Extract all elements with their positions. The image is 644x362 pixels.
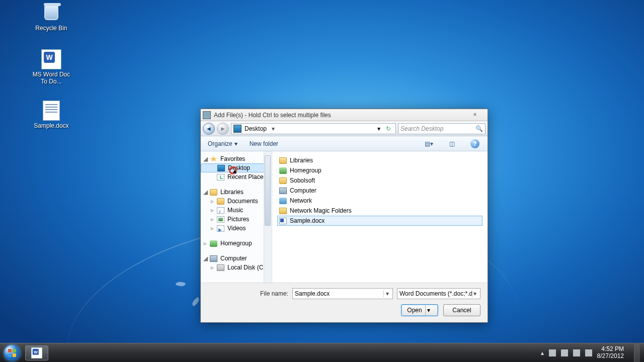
- cancel-button[interactable]: Cancel: [443, 304, 480, 316]
- file-item-label: Homegroup: [290, 167, 321, 174]
- address-location: Desktop: [245, 125, 267, 132]
- close-button[interactable]: ×: [464, 111, 486, 119]
- desktop-icon-label: MS Word Doc To Do...: [31, 71, 71, 85]
- tree-scrollbar[interactable]: [264, 151, 272, 283]
- clock-date: 8/27/2012: [597, 353, 624, 359]
- open-button[interactable]: Open ▾: [401, 304, 438, 316]
- pictures-icon: [217, 216, 224, 223]
- desktop-icon: [217, 165, 225, 171]
- chevron-down-icon[interactable]: ▾: [472, 290, 478, 297]
- tree-homegroup[interactable]: ▹Homegroup: [201, 239, 272, 248]
- tray-icon[interactable]: [561, 349, 568, 356]
- file-item[interactable]: Network Magic Folders: [277, 206, 482, 216]
- tree-music[interactable]: ▹Music: [201, 206, 272, 215]
- search-placeholder: Search Desktop: [400, 125, 443, 132]
- file-list[interactable]: LibrariesHomegroupSobolsoftComputerNetwo…: [272, 151, 488, 283]
- clock[interactable]: 4:52 PM 8/27/2012: [597, 346, 626, 359]
- tree-recent-places[interactable]: Recent Places: [201, 172, 272, 182]
- tree-desktop[interactable]: Desktop: [201, 163, 272, 172]
- desktop[interactable]: Recycle Bin MS Word Doc To Do... Sample.…: [0, 0, 644, 343]
- folder-icon: [210, 189, 217, 196]
- chevron-down-icon[interactable]: ▾: [270, 125, 277, 132]
- refresh-button[interactable]: ↻: [383, 125, 393, 132]
- tree-documents[interactable]: ▹Documents: [201, 197, 272, 206]
- tray-icon[interactable]: [573, 349, 580, 356]
- nmf-icon: [279, 208, 287, 214]
- tree-computer[interactable]: ◢Computer: [201, 254, 272, 263]
- fld-icon: [279, 157, 287, 164]
- nav-tree[interactable]: ◢Favorites Desktop Recent Places ◢Librar…: [201, 151, 272, 283]
- file-item[interactable]: Network: [277, 196, 482, 206]
- tree-favorites[interactable]: ◢Favorites: [201, 154, 272, 163]
- docx-icon: [43, 101, 60, 121]
- open-split-button[interactable]: ▾: [425, 305, 432, 316]
- windows-orb-icon: [4, 345, 20, 361]
- toolbar: Organize▾ New folder ▤▾ ◫ ?: [201, 136, 488, 151]
- back-button[interactable]: ◄: [203, 123, 215, 135]
- fld-icon: [279, 177, 287, 184]
- start-button[interactable]: [0, 343, 24, 363]
- desktop-icon: [233, 125, 242, 133]
- tray-icon[interactable]: [549, 349, 556, 356]
- wallpaper-leaf: [191, 297, 201, 307]
- forward-button[interactable]: ►: [217, 123, 229, 135]
- tray-volume-icon[interactable]: [585, 349, 592, 356]
- tree-pictures[interactable]: ▹Pictures: [201, 215, 272, 224]
- trash-icon: [44, 6, 58, 20]
- search-icon: 🔍: [475, 125, 483, 132]
- chevron-down-icon[interactable]: ▾: [383, 290, 390, 297]
- homegroup-icon: [210, 240, 217, 247]
- file-item-label: Network Magic Folders: [290, 207, 352, 214]
- dialog-footer: File name: Sample.docx▾ Word Documents (…: [201, 283, 488, 322]
- word-app-icon: [41, 49, 61, 69]
- tray-overflow-button[interactable]: ▴: [541, 349, 544, 356]
- recent-icon: [217, 174, 224, 180]
- tree-local-disk[interactable]: ▹Local Disk (C:): [201, 263, 272, 272]
- file-item[interactable]: Libraries: [277, 155, 482, 165]
- desktop-icon-label: Sample.docx: [34, 123, 68, 130]
- file-item-label: Computer: [290, 187, 316, 194]
- system-tray: ▴ 4:52 PM 8/27/2012: [541, 344, 640, 362]
- titlebar[interactable]: Add File(s) - Hold Ctrl to select multip…: [201, 109, 488, 121]
- show-desktop-button[interactable]: [634, 344, 640, 362]
- wallpaper-leaf: [176, 280, 186, 288]
- organize-button[interactable]: Organize▾: [208, 140, 237, 147]
- taskbar[interactable]: ▴ 4:52 PM 8/27/2012: [0, 343, 644, 362]
- view-options-button[interactable]: ▤▾: [423, 138, 434, 149]
- taskbar-app-word[interactable]: [25, 345, 48, 360]
- net-icon: [279, 198, 287, 204]
- computer-icon: [210, 255, 217, 262]
- clock-time: 4:52 PM: [597, 346, 624, 352]
- filename-label: File name:: [260, 290, 288, 297]
- docx-icon: [279, 218, 287, 224]
- new-folder-button[interactable]: New folder: [250, 140, 278, 147]
- desktop-icon-label: Recycle Bin: [35, 25, 67, 32]
- filename-input[interactable]: Sample.docx▾: [292, 288, 393, 299]
- hg-icon: [279, 167, 287, 174]
- chevron-down-icon[interactable]: ▾: [377, 125, 380, 132]
- help-button[interactable]: ?: [469, 138, 480, 149]
- file-item[interactable]: Sample.docx: [277, 216, 482, 226]
- search-input[interactable]: Search Desktop 🔍: [398, 123, 486, 134]
- file-item-label: Sample.docx: [290, 217, 325, 224]
- file-item[interactable]: Homegroup: [277, 165, 482, 175]
- cmp-icon: [279, 188, 287, 194]
- tree-libraries[interactable]: ◢Libraries: [201, 188, 272, 197]
- file-type-filter[interactable]: Word Documents (*.doc;*.docx▾: [397, 288, 480, 299]
- file-item-label: Network: [290, 197, 312, 204]
- address-bar[interactable]: Desktop ▾ ▾ ↻: [231, 123, 396, 134]
- desktop-icon-recycle-bin[interactable]: Recycle Bin: [31, 2, 71, 32]
- desktop-icon-word-app[interactable]: MS Word Doc To Do...: [31, 48, 71, 85]
- file-item[interactable]: Sobolsoft: [277, 175, 482, 186]
- preview-pane-button[interactable]: ◫: [446, 138, 457, 149]
- videos-icon: [217, 225, 224, 232]
- app-icon: [203, 111, 211, 119]
- desktop-icon-sample-doc[interactable]: Sample.docx: [31, 100, 71, 130]
- tree-videos[interactable]: ▹Videos: [201, 224, 272, 233]
- music-icon: [217, 207, 224, 214]
- nav-row: ◄ ► Desktop ▾ ▾ ↻ Search Desktop 🔍: [201, 121, 488, 136]
- drive-icon: [217, 264, 224, 271]
- file-open-dialog: Add File(s) - Hold Ctrl to select multip…: [200, 109, 488, 323]
- word-app-icon: [31, 347, 42, 358]
- file-item[interactable]: Computer: [277, 186, 482, 196]
